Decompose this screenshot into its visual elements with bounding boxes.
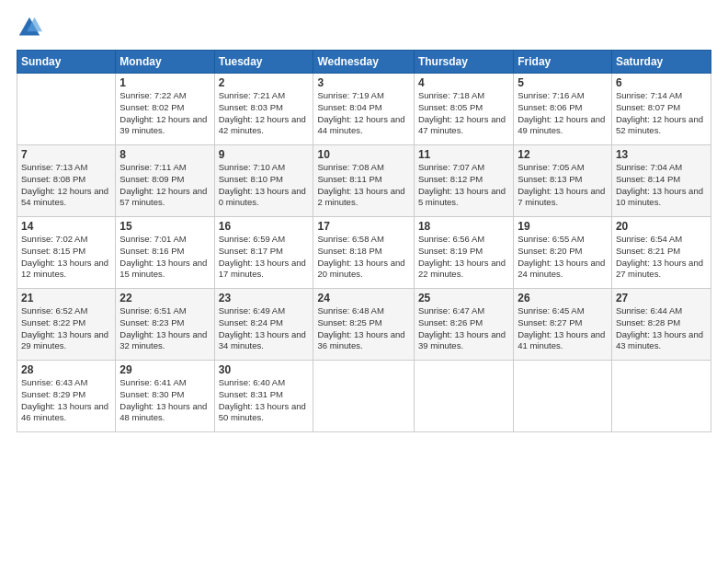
day-cell: 10Sunrise: 7:08 AM Sunset: 8:11 PM Dayli… <box>313 145 414 217</box>
day-info: Sunrise: 7:16 AM Sunset: 8:06 PM Dayligh… <box>518 90 608 137</box>
day-cell <box>313 361 414 432</box>
day-cell: 19Sunrise: 6:55 AM Sunset: 8:20 PM Dayli… <box>514 217 612 289</box>
day-cell: 26Sunrise: 6:45 AM Sunset: 8:27 PM Dayli… <box>514 289 612 361</box>
day-cell: 17Sunrise: 6:58 AM Sunset: 8:18 PM Dayli… <box>313 217 414 289</box>
day-number: 22 <box>119 292 210 304</box>
week-row-3: 21Sunrise: 6:52 AM Sunset: 8:22 PM Dayli… <box>17 289 711 361</box>
day-number: 19 <box>518 220 608 233</box>
day-cell: 24Sunrise: 6:48 AM Sunset: 8:25 PM Dayli… <box>313 289 414 361</box>
day-info: Sunrise: 6:55 AM Sunset: 8:20 PM Dayligh… <box>518 234 608 281</box>
week-row-1: 7Sunrise: 7:13 AM Sunset: 8:08 PM Daylig… <box>17 145 711 217</box>
day-info: Sunrise: 7:10 AM Sunset: 8:10 PM Dayligh… <box>219 162 310 209</box>
calendar: SundayMondayTuesdayWednesdayThursdayFrid… <box>17 50 711 432</box>
day-cell: 4Sunrise: 7:18 AM Sunset: 8:05 PM Daylig… <box>414 74 513 145</box>
day-number: 12 <box>518 148 608 161</box>
day-info: Sunrise: 6:47 AM Sunset: 8:26 PM Dayligh… <box>418 305 509 352</box>
weekday-header-sunday: Sunday <box>17 51 116 74</box>
page: SundayMondayTuesdayWednesdayThursdayFrid… <box>0 0 728 563</box>
day-cell: 7Sunrise: 7:13 AM Sunset: 8:08 PM Daylig… <box>17 145 116 217</box>
day-number: 25 <box>418 292 509 304</box>
weekday-header-friday: Friday <box>514 51 612 74</box>
day-cell: 29Sunrise: 6:41 AM Sunset: 8:30 PM Dayli… <box>116 361 214 432</box>
day-cell: 13Sunrise: 7:04 AM Sunset: 8:14 PM Dayli… <box>611 145 711 217</box>
day-number: 30 <box>219 363 310 376</box>
day-number: 3 <box>317 76 409 89</box>
day-info: Sunrise: 6:52 AM Sunset: 8:22 PM Dayligh… <box>21 305 111 352</box>
day-info: Sunrise: 7:07 AM Sunset: 8:12 PM Dayligh… <box>418 162 509 209</box>
day-info: Sunrise: 6:40 AM Sunset: 8:31 PM Dayligh… <box>219 377 310 424</box>
day-cell <box>611 361 711 432</box>
day-info: Sunrise: 6:56 AM Sunset: 8:19 PM Dayligh… <box>418 234 509 281</box>
day-number: 4 <box>418 76 509 89</box>
day-cell: 22Sunrise: 6:51 AM Sunset: 8:23 PM Dayli… <box>116 289 214 361</box>
day-info: Sunrise: 7:14 AM Sunset: 8:07 PM Dayligh… <box>616 90 707 137</box>
day-cell: 28Sunrise: 6:43 AM Sunset: 8:29 PM Dayli… <box>17 361 116 432</box>
day-cell: 30Sunrise: 6:40 AM Sunset: 8:31 PM Dayli… <box>214 361 313 432</box>
day-info: Sunrise: 7:19 AM Sunset: 8:04 PM Dayligh… <box>317 90 409 137</box>
day-info: Sunrise: 7:22 AM Sunset: 8:02 PM Dayligh… <box>119 90 210 137</box>
day-number: 2 <box>219 76 310 89</box>
day-cell <box>414 361 513 432</box>
day-number: 16 <box>219 220 310 233</box>
day-number: 5 <box>518 76 608 89</box>
day-cell: 21Sunrise: 6:52 AM Sunset: 8:22 PM Dayli… <box>17 289 116 361</box>
week-row-0: 1Sunrise: 7:22 AM Sunset: 8:02 PM Daylig… <box>17 74 711 145</box>
day-cell: 20Sunrise: 6:54 AM Sunset: 8:21 PM Dayli… <box>611 217 711 289</box>
day-info: Sunrise: 6:54 AM Sunset: 8:21 PM Dayligh… <box>616 234 707 281</box>
weekday-header-row: SundayMondayTuesdayWednesdayThursdayFrid… <box>17 51 711 74</box>
weekday-header-thursday: Thursday <box>414 51 513 74</box>
day-number: 6 <box>616 76 707 89</box>
day-cell: 9Sunrise: 7:10 AM Sunset: 8:10 PM Daylig… <box>214 145 313 217</box>
day-cell: 16Sunrise: 6:59 AM Sunset: 8:17 PM Dayli… <box>214 217 313 289</box>
day-info: Sunrise: 7:11 AM Sunset: 8:09 PM Dayligh… <box>119 162 210 209</box>
day-cell: 25Sunrise: 6:47 AM Sunset: 8:26 PM Dayli… <box>414 289 513 361</box>
day-number: 1 <box>119 76 210 89</box>
day-number: 11 <box>418 148 509 161</box>
day-info: Sunrise: 6:45 AM Sunset: 8:27 PM Dayligh… <box>518 305 608 352</box>
day-number: 17 <box>317 220 409 233</box>
logo <box>17 15 46 40</box>
day-cell: 1Sunrise: 7:22 AM Sunset: 8:02 PM Daylig… <box>116 74 214 145</box>
day-cell: 3Sunrise: 7:19 AM Sunset: 8:04 PM Daylig… <box>313 74 414 145</box>
day-number: 9 <box>219 148 310 161</box>
day-number: 26 <box>518 292 608 304</box>
day-info: Sunrise: 7:04 AM Sunset: 8:14 PM Dayligh… <box>616 162 707 209</box>
week-row-4: 28Sunrise: 6:43 AM Sunset: 8:29 PM Dayli… <box>17 361 711 432</box>
day-cell: 23Sunrise: 6:49 AM Sunset: 8:24 PM Dayli… <box>214 289 313 361</box>
day-number: 10 <box>317 148 409 161</box>
day-info: Sunrise: 6:59 AM Sunset: 8:17 PM Dayligh… <box>219 234 310 281</box>
day-number: 7 <box>21 148 111 161</box>
logo-icon <box>17 15 42 40</box>
day-cell: 6Sunrise: 7:14 AM Sunset: 8:07 PM Daylig… <box>611 74 711 145</box>
day-info: Sunrise: 6:51 AM Sunset: 8:23 PM Dayligh… <box>119 305 210 352</box>
day-number: 18 <box>418 220 509 233</box>
day-info: Sunrise: 7:08 AM Sunset: 8:11 PM Dayligh… <box>317 162 409 209</box>
day-number: 23 <box>219 292 310 304</box>
weekday-header-monday: Monday <box>116 51 214 74</box>
week-row-2: 14Sunrise: 7:02 AM Sunset: 8:15 PM Dayli… <box>17 217 711 289</box>
day-number: 24 <box>317 292 409 304</box>
day-cell: 11Sunrise: 7:07 AM Sunset: 8:12 PM Dayli… <box>414 145 513 217</box>
weekday-header-tuesday: Tuesday <box>214 51 313 74</box>
weekday-header-saturday: Saturday <box>611 51 711 74</box>
day-info: Sunrise: 7:05 AM Sunset: 8:13 PM Dayligh… <box>518 162 608 209</box>
day-cell <box>17 74 116 145</box>
day-cell: 27Sunrise: 6:44 AM Sunset: 8:28 PM Dayli… <box>611 289 711 361</box>
day-info: Sunrise: 7:01 AM Sunset: 8:16 PM Dayligh… <box>119 234 210 281</box>
day-number: 14 <box>21 220 111 233</box>
day-cell: 2Sunrise: 7:21 AM Sunset: 8:03 PM Daylig… <box>214 74 313 145</box>
day-info: Sunrise: 6:58 AM Sunset: 8:18 PM Dayligh… <box>317 234 409 281</box>
day-cell: 14Sunrise: 7:02 AM Sunset: 8:15 PM Dayli… <box>17 217 116 289</box>
header <box>17 15 711 40</box>
day-number: 15 <box>119 220 210 233</box>
day-info: Sunrise: 6:49 AM Sunset: 8:24 PM Dayligh… <box>219 305 310 352</box>
day-number: 20 <box>616 220 707 233</box>
day-cell: 8Sunrise: 7:11 AM Sunset: 8:09 PM Daylig… <box>116 145 214 217</box>
day-cell: 5Sunrise: 7:16 AM Sunset: 8:06 PM Daylig… <box>514 74 612 145</box>
day-info: Sunrise: 6:44 AM Sunset: 8:28 PM Dayligh… <box>616 305 707 352</box>
day-info: Sunrise: 6:43 AM Sunset: 8:29 PM Dayligh… <box>21 377 111 424</box>
day-cell: 18Sunrise: 6:56 AM Sunset: 8:19 PM Dayli… <box>414 217 513 289</box>
day-number: 8 <box>119 148 210 161</box>
day-info: Sunrise: 6:41 AM Sunset: 8:30 PM Dayligh… <box>119 377 210 424</box>
day-info: Sunrise: 7:13 AM Sunset: 8:08 PM Dayligh… <box>21 162 111 209</box>
